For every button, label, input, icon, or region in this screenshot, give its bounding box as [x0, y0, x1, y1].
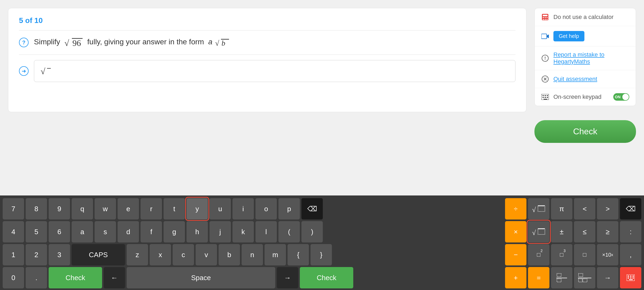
svg-text:√: √	[532, 206, 536, 214]
svg-rect-26	[547, 95, 548, 96]
key-minus[interactable]: −	[505, 244, 526, 265]
key-s[interactable]: s	[95, 221, 116, 242]
key-e[interactable]: e	[118, 198, 139, 220]
keypad-item[interactable]: On-screen keypad ON	[535, 88, 636, 106]
sqrt-expression: √ 96	[64, 36, 83, 49]
key-4[interactable]: 4	[3, 221, 24, 242]
key-h[interactable]: h	[187, 221, 208, 242]
key-sq[interactable]: □2	[528, 244, 549, 265]
answer-row: ➜ √	[19, 60, 515, 82]
key-open-brace[interactable]: {	[288, 244, 309, 265]
key-keyboard-icon[interactable]	[620, 267, 641, 288]
key-backspace-1[interactable]: ⌫	[301, 198, 323, 220]
answer-input[interactable]: √	[34, 60, 515, 82]
key-k[interactable]: k	[232, 221, 254, 242]
help-item[interactable]: Get help	[535, 26, 636, 46]
key-colon[interactable]: :	[620, 221, 641, 242]
key-f[interactable]: f	[141, 221, 162, 242]
key-8[interactable]: 8	[26, 198, 47, 220]
key-i[interactable]: i	[232, 198, 254, 220]
key-close-paren[interactable]: )	[301, 221, 323, 242]
check-button-main[interactable]: Check	[534, 120, 636, 143]
svg-rect-43	[579, 279, 582, 282]
toggle[interactable]: ON	[613, 93, 629, 101]
quit-item[interactable]: Quit assessment	[535, 70, 636, 88]
key-multiply[interactable]: ×	[505, 221, 526, 242]
get-help-button[interactable]: Get help	[553, 31, 584, 41]
key-times10[interactable]: ×10x	[597, 244, 618, 265]
key-q[interactable]: q	[72, 198, 93, 220]
report-label[interactable]: Report a mistake to HegartyMaths	[553, 51, 629, 65]
key-5[interactable]: 5	[26, 221, 47, 242]
key-space[interactable]: Space	[127, 267, 275, 288]
key-less[interactable]: <	[574, 198, 595, 220]
key-7[interactable]: 7	[3, 198, 24, 220]
key-backspace-right-1[interactable]: ⌫	[620, 198, 641, 220]
keyboard-row-4: 0 . Check ← Space → Check + = →	[3, 267, 641, 288]
key-equals[interactable]: =	[528, 267, 549, 288]
key-u[interactable]: u	[210, 198, 231, 220]
key-check-left[interactable]: Check	[49, 267, 102, 288]
arrow-icon: ➜	[19, 66, 29, 76]
key-open-paren[interactable]: (	[278, 221, 300, 242]
key-cube[interactable]: □3	[551, 244, 572, 265]
report-item[interactable]: ! Report a mistake to HegartyMaths	[535, 46, 636, 70]
svg-rect-51	[629, 279, 633, 280]
key-p[interactable]: p	[278, 198, 300, 220]
key-z[interactable]: z	[127, 244, 148, 265]
key-3[interactable]: 3	[49, 244, 70, 265]
key-2[interactable]: 2	[26, 244, 47, 265]
svg-rect-29	[547, 97, 548, 98]
key-l[interactable]: l	[255, 221, 277, 242]
key-y[interactable]: y	[187, 198, 208, 220]
key-close-brace[interactable]: }	[311, 244, 332, 265]
key-box[interactable]: □	[574, 244, 595, 265]
key-1[interactable]: 1	[3, 244, 24, 265]
key-0[interactable]: 0	[3, 267, 24, 288]
key-leq[interactable]: ≤	[574, 221, 595, 242]
key-caps[interactable]: CAPS	[72, 244, 125, 265]
key-plus[interactable]: +	[505, 267, 526, 288]
svg-rect-33	[538, 206, 545, 211]
toggle-track[interactable]: ON	[613, 93, 629, 101]
key-b[interactable]: b	[219, 244, 240, 265]
key-x[interactable]: x	[150, 244, 171, 265]
key-comma[interactable]: ,	[620, 244, 641, 265]
key-c[interactable]: c	[173, 244, 194, 265]
key-sqrt-top[interactable]: √	[528, 198, 549, 220]
key-w[interactable]: w	[95, 198, 116, 220]
key-m[interactable]: m	[265, 244, 286, 265]
key-left-arrow[interactable]: ←	[104, 267, 125, 288]
key-right-arrow[interactable]: →	[597, 267, 618, 288]
key-g[interactable]: g	[164, 221, 185, 242]
key-j[interactable]: j	[210, 221, 231, 242]
key-pi[interactable]: π	[551, 198, 572, 220]
question-text: Simplify √ 96 fully, giving your answer …	[34, 36, 230, 49]
key-plusminus[interactable]: ±	[551, 221, 572, 242]
key-geq[interactable]: ≥	[597, 221, 618, 242]
svg-rect-15	[546, 19, 548, 20]
svg-text:b: b	[222, 39, 225, 47]
key-check-right[interactable]: Check	[300, 267, 353, 288]
key-fraction1[interactable]	[551, 267, 572, 288]
key-t[interactable]: t	[164, 198, 185, 220]
key-d[interactable]: d	[118, 221, 139, 242]
key-6[interactable]: 6	[49, 221, 70, 242]
key-r[interactable]: r	[141, 198, 162, 220]
help-icon[interactable]: ?	[19, 38, 29, 47]
key-fraction2[interactable]	[574, 267, 595, 288]
key-n[interactable]: n	[242, 244, 263, 265]
key-greater[interactable]: >	[597, 198, 618, 220]
key-o[interactable]: o	[255, 198, 277, 220]
key-dot[interactable]: .	[26, 267, 47, 288]
svg-rect-25	[545, 95, 546, 96]
key-right-arrow-mid[interactable]: →	[277, 267, 298, 288]
key-v[interactable]: v	[196, 244, 217, 265]
key-sqrt-mid[interactable]: √	[528, 221, 549, 242]
key-divide[interactable]: ÷	[505, 198, 526, 220]
key-9[interactable]: 9	[49, 198, 70, 220]
svg-rect-28	[545, 97, 546, 98]
key-a[interactable]: a	[72, 221, 93, 242]
svg-marker-17	[547, 34, 549, 38]
quit-label[interactable]: Quit assessment	[553, 76, 597, 83]
